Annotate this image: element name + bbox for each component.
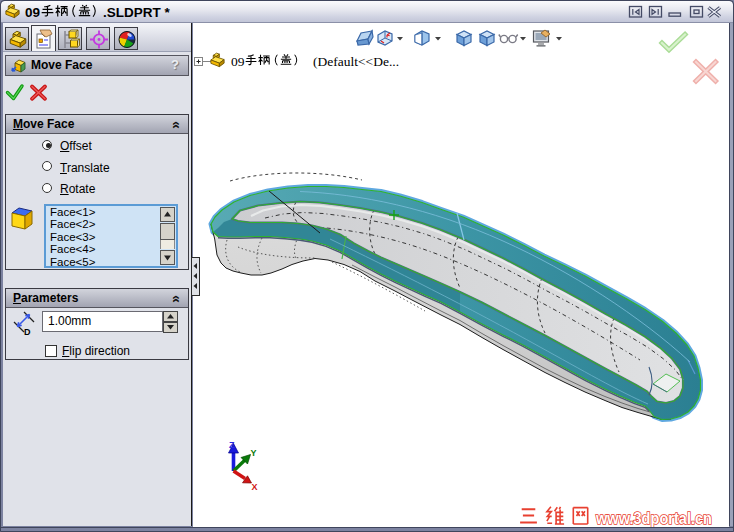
svg-text:.SLDPRT *: .SLDPRT * [103,5,171,20]
svg-text:09: 09 [231,54,245,69]
svg-text:www.3dportal.cn: www.3dportal.cn [595,509,712,527]
svg-text:09: 09 [25,5,40,20]
svg-text:(Default<<De...: (Default<<De... [313,54,399,69]
svg-text:D: D [24,327,31,336]
svg-text:X: X [252,482,258,492]
svg-text:Z: Z [229,440,235,450]
svg-text:Y: Y [251,448,257,458]
